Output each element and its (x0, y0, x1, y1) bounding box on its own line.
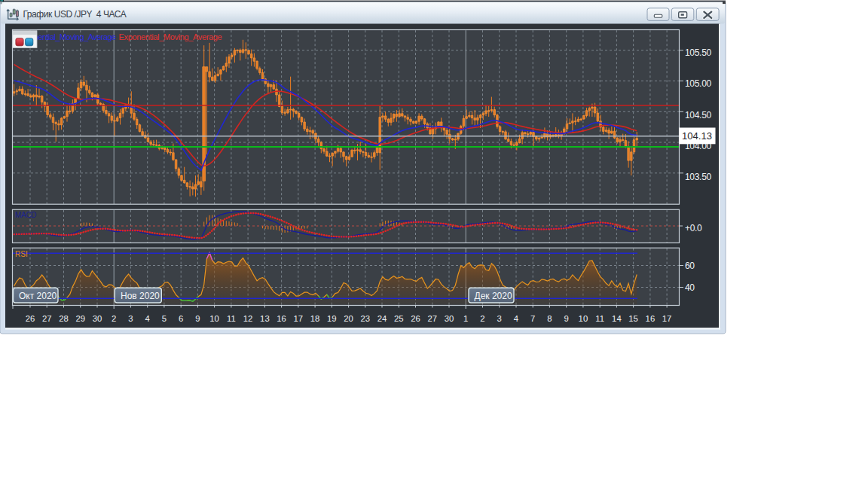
svg-text:15: 15 (628, 314, 638, 323)
svg-text:RSI: RSI (15, 250, 28, 258)
svg-text:103.50: 103.50 (685, 172, 712, 182)
svg-text:8: 8 (547, 314, 552, 323)
svg-text:17: 17 (662, 314, 672, 323)
svg-text:Дек 2020: Дек 2020 (475, 291, 512, 301)
svg-text:13: 13 (260, 314, 270, 323)
svg-text:17: 17 (294, 314, 304, 323)
svg-text:105.00: 105.00 (685, 78, 712, 89)
svg-text:10: 10 (579, 314, 588, 323)
svg-text:2: 2 (112, 314, 116, 323)
svg-text:12: 12 (243, 314, 253, 323)
svg-text:26: 26 (26, 314, 35, 323)
svg-text:20: 20 (344, 314, 353, 323)
svg-text:27: 27 (428, 314, 438, 323)
svg-text:104.50: 104.50 (685, 110, 712, 120)
svg-text:График USD /JPY 4 ЧАСА: График USD /JPY 4 ЧАСА (23, 9, 127, 20)
svg-text:27: 27 (42, 314, 52, 323)
svg-text:14: 14 (612, 314, 622, 323)
svg-text:29: 29 (75, 314, 85, 323)
svg-text:3: 3 (128, 314, 133, 323)
svg-text:Нов 2020: Нов 2020 (121, 291, 160, 301)
svg-text:19: 19 (327, 314, 337, 323)
svg-text:40: 40 (685, 282, 695, 293)
svg-text:6: 6 (179, 314, 183, 323)
svg-text:26: 26 (411, 314, 420, 323)
svg-text:16: 16 (646, 314, 656, 323)
svg-text:9: 9 (564, 314, 569, 323)
svg-text:Окт 2020: Окт 2020 (19, 291, 57, 301)
svg-text:9: 9 (195, 314, 200, 323)
svg-text:104.13: 104.13 (682, 130, 712, 142)
svg-text:4: 4 (145, 314, 150, 323)
svg-text:60: 60 (685, 261, 695, 271)
svg-text:4: 4 (514, 314, 518, 323)
svg-text:10: 10 (209, 314, 219, 323)
svg-text:11: 11 (227, 314, 236, 323)
svg-text:3: 3 (497, 314, 502, 323)
svg-text:+0.0: +0.0 (685, 223, 702, 233)
svg-text:Exponential_Moving_Average: Exponential_Moving_Average (119, 32, 222, 41)
svg-text:1: 1 (463, 314, 468, 323)
svg-text:7: 7 (530, 314, 535, 323)
svg-text:16: 16 (277, 314, 286, 323)
svg-text:24: 24 (377, 314, 387, 323)
svg-text:5: 5 (162, 314, 167, 323)
svg-text:MACD: MACD (15, 211, 36, 219)
svg-text:105.50: 105.50 (685, 47, 712, 58)
svg-text:28: 28 (59, 314, 69, 323)
svg-text:18: 18 (310, 314, 320, 323)
svg-text:11: 11 (595, 314, 604, 323)
svg-text:2: 2 (480, 314, 484, 323)
svg-text:25: 25 (394, 314, 404, 323)
svg-text:30: 30 (93, 314, 102, 323)
svg-text:23: 23 (361, 314, 371, 323)
svg-text:30: 30 (445, 314, 454, 323)
